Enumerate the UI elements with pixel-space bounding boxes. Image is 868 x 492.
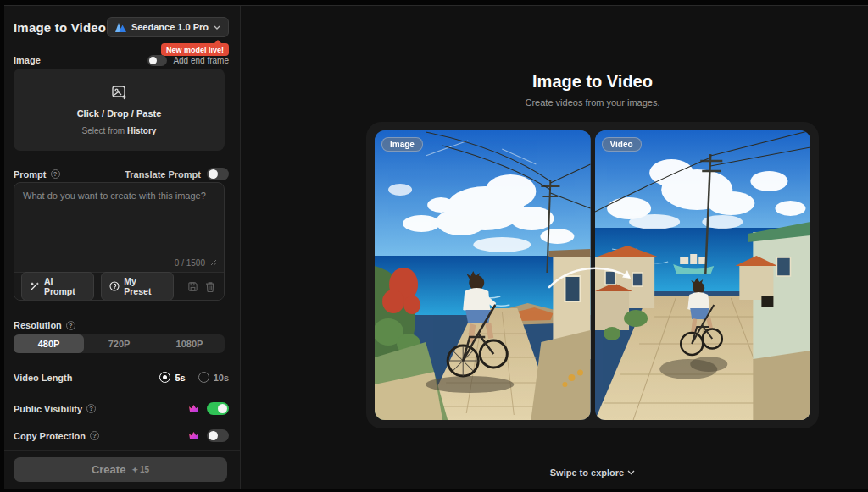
- pin-circle-icon: [109, 281, 120, 291]
- translate-prompt-label: Translate Prompt: [125, 169, 201, 180]
- upload-instruction: Click / Drop / Paste: [14, 108, 225, 119]
- image-section-label: Image: [14, 55, 41, 65]
- history-link[interactable]: History: [127, 126, 156, 135]
- new-model-badge: New model live!: [161, 43, 229, 56]
- copy-protection-toggle[interactable]: [207, 429, 229, 442]
- public-visibility-toggle[interactable]: [207, 402, 229, 415]
- video-length-option-10s[interactable]: 10s: [198, 372, 229, 383]
- resolution-option-1080p[interactable]: 1080P: [154, 334, 225, 353]
- resize-handle-icon[interactable]: [210, 259, 217, 266]
- crown-icon: [188, 431, 199, 440]
- radio-icon: [198, 372, 209, 383]
- char-counter: 0 / 1500: [175, 258, 205, 268]
- divider: [4, 450, 240, 451]
- help-icon[interactable]: [90, 431, 99, 440]
- model-selector[interactable]: Seedance 1.0 Pro: [107, 17, 229, 37]
- image-plus-icon: [14, 84, 225, 104]
- video-frame-pane[interactable]: Video: [595, 130, 811, 420]
- magic-wand-icon: [30, 281, 40, 291]
- create-button[interactable]: Create 15: [14, 457, 227, 482]
- public-visibility-label: Public Visibility: [14, 404, 96, 414]
- add-end-frame-control: Add end frame: [147, 55, 229, 66]
- preview-area: Image to Video Create videos from your i…: [242, 6, 868, 489]
- prompt-section-label: Prompt: [14, 169, 60, 180]
- credit-cost: 15: [131, 465, 149, 474]
- help-icon[interactable]: [86, 404, 96, 413]
- resolution-section-label: Resolution: [14, 320, 75, 330]
- resolution-option-720p[interactable]: 720P: [84, 334, 154, 353]
- prompt-input[interactable]: [14, 183, 224, 254]
- page-subtitle: Create videos from your images.: [366, 97, 819, 108]
- add-end-frame-toggle[interactable]: [147, 55, 167, 66]
- video-frame-illustration: [595, 130, 811, 420]
- image-badge: Image: [381, 137, 423, 152]
- model-name: Seedance 1.0 Pro: [131, 22, 209, 32]
- settings-sidebar: Image to Video Seedance 1.0 Pro New mode…: [4, 6, 241, 489]
- chevron-down-icon: [214, 25, 220, 30]
- resolution-segmented-control: 480P 720P 1080P: [14, 334, 225, 353]
- prompt-editor: 0 / 1500 AI Prompt: [14, 182, 225, 301]
- swipe-to-explore[interactable]: Swipe to explore: [366, 467, 819, 478]
- page-title: Image to Video: [366, 72, 819, 91]
- translate-prompt-toggle[interactable]: [207, 168, 229, 180]
- save-prompt-button[interactable]: [187, 281, 198, 292]
- seedance-logo-icon: [115, 22, 126, 32]
- ai-prompt-button[interactable]: AI Prompt: [21, 272, 94, 301]
- radio-icon: [159, 372, 170, 383]
- comparison-card: Image: [366, 122, 819, 428]
- delete-prompt-button[interactable]: [205, 281, 215, 292]
- video-length-label: Video Length: [14, 373, 72, 383]
- upload-history-line: Select from History: [14, 126, 225, 135]
- source-image-pane[interactable]: Image: [375, 130, 591, 420]
- resolution-option-480p[interactable]: 480P: [14, 334, 84, 353]
- translate-prompt-control: Translate Prompt: [125, 168, 229, 180]
- video-badge: Video: [602, 137, 642, 152]
- copy-protection-label: Copy Protection: [14, 431, 99, 441]
- crown-icon: [188, 404, 199, 413]
- chevron-down-icon: [627, 470, 635, 475]
- video-length-option-5s[interactable]: 5s: [159, 372, 185, 383]
- source-image-illustration: [375, 130, 591, 420]
- app-window: Image to Video Seedance 1.0 Pro New mode…: [4, 5, 868, 489]
- help-icon[interactable]: [51, 169, 60, 179]
- help-icon[interactable]: [66, 321, 75, 330]
- my-preset-button[interactable]: My Preset: [101, 272, 174, 301]
- image-upload-dropzone[interactable]: Click / Drop / Paste Select from History: [14, 69, 225, 151]
- sidebar-title: Image to Video: [14, 20, 106, 35]
- add-end-frame-label: Add end frame: [173, 56, 229, 65]
